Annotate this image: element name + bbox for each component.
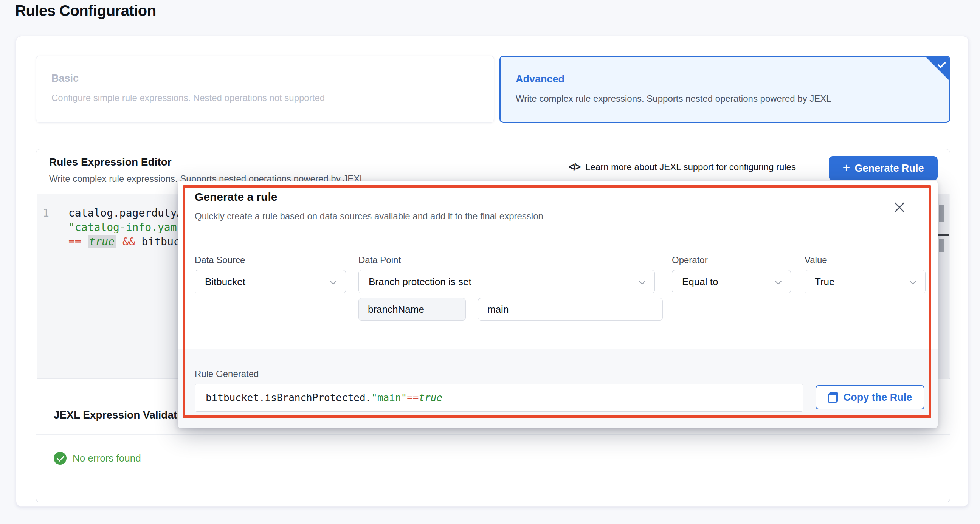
- code-line-3: == true && bitbuck: [68, 235, 186, 249]
- scrollbar-thumb[interactable]: [939, 239, 945, 252]
- basic-tab-title: Basic: [51, 73, 479, 84]
- rule-generated-label: Rule Generated: [195, 369, 259, 379]
- chevron-down-icon: [639, 277, 645, 284]
- operator-select[interactable]: Equal to: [672, 270, 791, 293]
- generate-rule-modal: Generate a rule Quickly create a rule ba…: [178, 181, 938, 428]
- copy-rule-button[interactable]: Copy the Rule: [816, 385, 924, 409]
- modal-header-divider: [178, 236, 938, 236]
- operator-value: Equal to: [682, 276, 718, 288]
- data-point-select[interactable]: Branch protection is set: [358, 270, 655, 293]
- data-source-select[interactable]: Bitbucket: [195, 270, 346, 293]
- code-icon: </>: [569, 161, 580, 172]
- close-icon[interactable]: [894, 202, 905, 213]
- rule-generated-section: Rule Generated bitbucket.isBranchProtect…: [178, 349, 938, 428]
- editor-title: Rules Expression Editor: [49, 156, 172, 168]
- copy-rule-button-label: Copy the Rule: [843, 392, 912, 403]
- rules-configuration-page: Rules Configuration Basic Configure simp…: [0, 0, 980, 524]
- scrollbar-marker: [938, 234, 949, 236]
- success-check-icon: [54, 452, 67, 465]
- basic-tab-description: Configure simple rule expressions. Neste…: [51, 92, 479, 103]
- validation-divider: [36, 435, 950, 435]
- editor-scrollbar[interactable]: [938, 194, 949, 379]
- modal-title: Generate a rule: [195, 191, 277, 204]
- expression-code: catalog.pagerdutyA"catalog-info.yaml== t…: [68, 206, 186, 249]
- page-title: Rules Configuration: [15, 2, 156, 19]
- validation-status-row: No errors found: [54, 452, 141, 465]
- generated-rule-output: bitbucket.isBranchProtected."main" == tr…: [195, 384, 803, 412]
- chevron-down-icon: [775, 277, 781, 284]
- param-value-field[interactable]: [478, 298, 663, 320]
- line-number: 1: [43, 206, 58, 220]
- operator-label: Operator: [672, 255, 708, 265]
- data-source-value: Bitbucket: [205, 276, 245, 288]
- validation-status-text: No errors found: [73, 452, 141, 464]
- tab-basic[interactable]: Basic Configure simple rule expressions.…: [36, 56, 494, 123]
- scrollbar-thumb[interactable]: [939, 205, 945, 222]
- validation-title: JEXL Expression Validation: [54, 409, 193, 421]
- tab-advanced[interactable]: Advanced Write complex rule expressions.…: [500, 56, 950, 123]
- code-line-1: catalog.pagerdutyA: [68, 206, 186, 220]
- data-source-label: Data Source: [195, 255, 245, 265]
- jexl-docs-link-label: Learn more about JEXL support for config…: [585, 162, 796, 172]
- code-line-2: "catalog-info.yaml: [68, 220, 186, 235]
- chevron-down-icon: [330, 277, 337, 284]
- data-point-value: Branch protection is set: [369, 276, 471, 288]
- modal-subtitle: Quickly create a rule based on data sour…: [195, 211, 543, 221]
- generate-rule-button-label: Generate Rule: [854, 162, 924, 174]
- data-point-label: Data Point: [358, 255, 401, 265]
- header-divider: [820, 155, 820, 180]
- chevron-down-icon: [909, 277, 916, 284]
- value-value: True: [815, 276, 835, 288]
- copy-icon: [828, 392, 838, 403]
- value-select[interactable]: True: [805, 270, 926, 293]
- value-label: Value: [805, 255, 827, 265]
- param-name-field[interactable]: [358, 298, 466, 320]
- plus-icon: +: [843, 160, 850, 175]
- advanced-tab-title: Advanced: [516, 73, 934, 85]
- generate-rule-button[interactable]: + Generate Rule: [829, 156, 938, 180]
- advanced-tab-description: Write complex rule expressions. Supports…: [516, 93, 934, 104]
- jexl-docs-link[interactable]: </> Learn more about JEXL support for co…: [569, 161, 796, 172]
